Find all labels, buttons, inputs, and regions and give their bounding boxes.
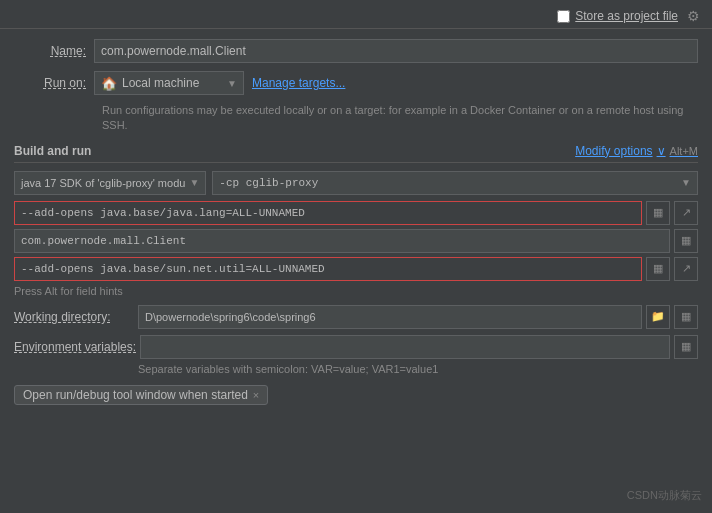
env-hint: Separate variables with semicolon: VAR=v… <box>138 363 698 375</box>
build-run-section-header: Build and run Modify options ∨ Alt+M <box>14 144 698 163</box>
sdk-cp-row: java 17 SDK of 'cglib-proxy' modu ▼ -cp … <box>14 171 698 195</box>
cp-label: -cp cglib-proxy <box>219 177 318 189</box>
run-config-dialog: Store as project file ⚙ Name: Run on: 🏠 … <box>0 0 712 513</box>
machine-icon: 🏠 <box>101 76 117 91</box>
run-debug-tag: Open run/debug tool window when started … <box>14 385 268 405</box>
sdk-label: java 17 SDK of 'cglib-proxy' modu <box>21 177 185 189</box>
name-label: Name: <box>14 44 94 58</box>
manage-targets-link[interactable]: Manage targets... <box>252 76 345 90</box>
run-on-arrow: ▼ <box>227 78 237 89</box>
store-project-label[interactable]: Store as project file <box>575 9 678 23</box>
sdk-arrow: ▼ <box>189 177 199 188</box>
press-alt-hint: Press Alt for field hints <box>14 285 698 297</box>
run-on-label: Run on: <box>14 76 94 90</box>
working-dir-row: Working directory: 📁 ▦ <box>14 305 698 329</box>
add-opens-util-input[interactable] <box>14 257 642 281</box>
store-project-checkbox[interactable] <box>557 10 570 23</box>
run-on-select[interactable]: 🏠 Local machine ▼ <box>94 71 244 95</box>
field1-copy-btn[interactable]: ▦ <box>646 201 670 225</box>
modify-options-shortcut: Alt+M <box>670 145 698 157</box>
add-opens-lang-input[interactable] <box>14 201 642 225</box>
build-run-title: Build and run <box>14 144 91 158</box>
cp-arrow: ▼ <box>681 177 691 188</box>
working-dir-copy-btn[interactable]: ▦ <box>674 305 698 329</box>
field3-copy-btn[interactable]: ▦ <box>646 257 670 281</box>
run-on-machine-label: Local machine <box>122 76 199 90</box>
run-on-controls: 🏠 Local machine ▼ Manage targets... <box>94 71 345 95</box>
gear-icon[interactable]: ⚙ <box>687 8 700 24</box>
working-dir-label: Working directory: <box>14 310 134 324</box>
run-debug-tag-label: Open run/debug tool window when started <box>23 388 248 402</box>
field-row-3: ▦ ↗ <box>14 257 698 281</box>
name-input[interactable] <box>94 39 698 63</box>
name-row: Name: <box>14 39 698 63</box>
modify-options-arrow: ∨ <box>657 144 666 158</box>
working-dir-folder-btn[interactable]: 📁 <box>646 305 670 329</box>
sdk-select[interactable]: java 17 SDK of 'cglib-proxy' modu ▼ <box>14 171 206 195</box>
modify-options-button[interactable]: Modify options ∨ Alt+M <box>575 144 698 158</box>
env-vars-copy-btn[interactable]: ▦ <box>674 335 698 359</box>
top-bar: Store as project file ⚙ <box>0 0 712 29</box>
cp-select[interactable]: -cp cglib-proxy ▼ <box>212 171 698 195</box>
modify-options-label: Modify options <box>575 144 652 158</box>
env-vars-label: Environment variables: <box>14 340 136 354</box>
tag-row: Open run/debug tool window when started … <box>14 385 698 405</box>
working-dir-input[interactable] <box>138 305 642 329</box>
run-debug-tag-close[interactable]: × <box>253 389 259 401</box>
field3-expand-btn[interactable]: ↗ <box>674 257 698 281</box>
env-vars-row: Environment variables: ▦ <box>14 335 698 359</box>
field-row-1: ▦ ↗ <box>14 201 698 225</box>
field1-expand-btn[interactable]: ↗ <box>674 201 698 225</box>
main-class-input[interactable] <box>14 229 670 253</box>
field-row-2: ▦ <box>14 229 698 253</box>
store-project-container: Store as project file ⚙ <box>557 8 700 24</box>
watermark: CSDN动脉菊云 <box>627 488 702 503</box>
env-vars-input[interactable] <box>140 335 670 359</box>
field2-copy-btn[interactable]: ▦ <box>674 229 698 253</box>
run-on-row: Run on: 🏠 Local machine ▼ Manage targets… <box>14 71 698 95</box>
run-hint-text: Run configurations may be executed local… <box>102 103 698 134</box>
main-content: Name: Run on: 🏠 Local machine ▼ Manage t… <box>0 29 712 415</box>
